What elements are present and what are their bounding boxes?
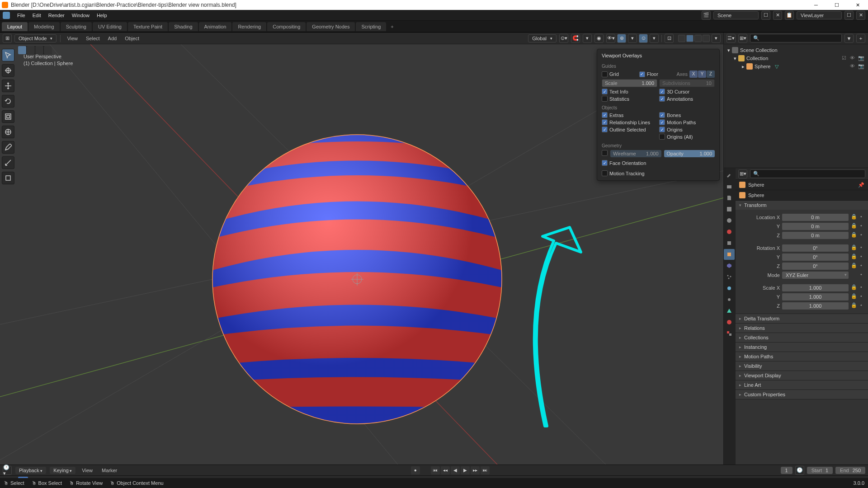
- menu-render[interactable]: Render: [45, 13, 68, 18]
- props-tab-constraint[interactable]: [724, 294, 735, 305]
- ws-tab-compositing[interactable]: Compositing: [267, 22, 306, 31]
- app-icon[interactable]: [3, 12, 10, 19]
- tree-scene-collection[interactable]: ▾Scene Collection: [726, 46, 866, 54]
- jump-end[interactable]: ⏭: [481, 466, 490, 474]
- ws-tab-animation[interactable]: Animation: [199, 22, 232, 31]
- start-frame[interactable]: Start1: [807, 467, 833, 474]
- statistics-checkbox[interactable]: [602, 96, 608, 102]
- wireframe-checkbox[interactable]: [602, 150, 608, 156]
- rotation-y[interactable]: 0°: [782, 253, 849, 261]
- gizmo-dropdown[interactable]: ▾: [628, 34, 637, 43]
- timeline-marker[interactable]: Marker: [99, 467, 120, 474]
- wireframe-slider[interactable]: Wireframe1.000: [610, 150, 661, 157]
- close-button[interactable]: ✕: [847, 0, 868, 10]
- delete-viewlayer-button[interactable]: ✕: [856, 11, 865, 20]
- shading-wireframe[interactable]: [678, 35, 685, 42]
- axis-z-toggle[interactable]: Z: [707, 70, 715, 78]
- location-y[interactable]: 0 m: [782, 222, 849, 230]
- props-tab-material[interactable]: [724, 317, 735, 328]
- section-delta[interactable]: Delta Transform: [736, 314, 868, 323]
- snap-dropdown[interactable]: ▾: [583, 34, 592, 43]
- playback-dropdown[interactable]: Playback: [15, 467, 46, 474]
- section-visibility[interactable]: Visibility: [736, 361, 868, 371]
- overlays-toggle[interactable]: ⊙: [639, 34, 648, 43]
- cursor3d-checkbox[interactable]: [659, 89, 665, 94]
- ws-tab-shading[interactable]: Shading: [169, 22, 198, 31]
- scale-y[interactable]: 1.000: [782, 293, 849, 301]
- props-tab-modifier[interactable]: [724, 260, 735, 271]
- autokey-toggle[interactable]: ●: [411, 466, 420, 474]
- ws-tab-rendering[interactable]: Rendering: [232, 22, 266, 31]
- ws-tab-sculpting[interactable]: Sculpting: [61, 22, 92, 31]
- shading-dropdown[interactable]: ▾: [712, 34, 721, 43]
- shading-solid[interactable]: [686, 35, 693, 42]
- props-tab-output[interactable]: [724, 192, 735, 203]
- vp-menu-view[interactable]: View: [64, 35, 80, 42]
- section-lineart[interactable]: Line Art: [736, 380, 868, 389]
- scale-input[interactable]: Scale1.000: [602, 79, 657, 87]
- vp-menu-object[interactable]: Object: [122, 35, 142, 42]
- new-scene-button[interactable]: ☐: [761, 11, 770, 20]
- play[interactable]: ▶: [461, 466, 470, 474]
- overlays-dropdown[interactable]: ▾: [650, 34, 659, 43]
- props-tab-object[interactable]: [724, 249, 735, 260]
- outliner-filter[interactable]: ▼: [844, 34, 854, 43]
- timeline-view[interactable]: View: [79, 467, 95, 474]
- object-name-field[interactable]: Sphere: [748, 192, 764, 198]
- floor-checkbox[interactable]: [639, 71, 645, 77]
- origins-checkbox[interactable]: [659, 127, 665, 132]
- scene-name-field[interactable]: Scene: [713, 11, 759, 19]
- proportional-toggle[interactable]: ◉: [594, 34, 604, 43]
- props-tab-tool[interactable]: [724, 170, 735, 181]
- shading-rendered[interactable]: [703, 35, 710, 42]
- props-tab-texture[interactable]: [724, 328, 735, 339]
- section-instancing[interactable]: Instancing: [736, 343, 868, 352]
- props-tab-scene[interactable]: [724, 215, 735, 226]
- shading-material[interactable]: [694, 35, 702, 42]
- tree-collection[interactable]: ▾Collection ☑👁📷: [726, 54, 866, 62]
- axis-y-toggle[interactable]: Y: [698, 70, 706, 78]
- grid-checkbox[interactable]: [602, 71, 608, 77]
- menu-file[interactable]: File: [14, 13, 29, 18]
- section-custom-props[interactable]: Custom Properties: [736, 390, 868, 399]
- axis-x-toggle[interactable]: X: [689, 70, 698, 78]
- scale-x[interactable]: 1.000: [782, 284, 849, 292]
- scene-icon[interactable]: 🎬: [702, 11, 711, 20]
- jump-start[interactable]: ⏮: [431, 466, 440, 474]
- ws-tab-uv[interactable]: UV Editing: [93, 22, 127, 31]
- tool-select[interactable]: [2, 49, 14, 61]
- transform-panel-header[interactable]: Transform: [736, 201, 868, 210]
- tool-transform[interactable]: [2, 126, 14, 138]
- viewlayer-name-field[interactable]: ViewLayer: [797, 11, 842, 19]
- tool-measure[interactable]: [2, 156, 14, 169]
- minimize-button[interactable]: ─: [806, 0, 826, 10]
- gizmo-toggle[interactable]: ⊕: [617, 34, 626, 43]
- ws-tab-layout[interactable]: Layout: [2, 22, 28, 31]
- xray-toggle[interactable]: ⊡: [665, 34, 674, 43]
- ws-tab-scripting[interactable]: Scripting: [356, 22, 386, 31]
- props-tab-viewlayer[interactable]: [724, 204, 735, 215]
- pin-button[interactable]: 📌: [858, 182, 864, 188]
- outliner-search[interactable]: 🔍: [750, 34, 842, 42]
- props-tab-particle[interactable]: [724, 272, 735, 282]
- tool-move[interactable]: [2, 80, 14, 92]
- section-collections[interactable]: Collections: [736, 333, 868, 342]
- vp-menu-add[interactable]: Add: [105, 35, 120, 42]
- menu-help[interactable]: Help: [93, 13, 111, 18]
- current-frame[interactable]: 1: [781, 467, 793, 474]
- tool-annotate[interactable]: [2, 141, 14, 154]
- opacity-slider[interactable]: Opacity1.000: [664, 150, 715, 157]
- new-viewlayer-button[interactable]: ☐: [844, 11, 854, 20]
- origins-all-checkbox[interactable]: [659, 134, 665, 140]
- rotation-x[interactable]: 0°: [782, 244, 849, 252]
- add-workspace-button[interactable]: +: [387, 22, 397, 31]
- relationship-checkbox[interactable]: [602, 119, 608, 125]
- preview-range-toggle[interactable]: 🕐: [795, 466, 804, 475]
- keyframe-prev[interactable]: ◂◂: [441, 466, 450, 474]
- face-orientation-checkbox[interactable]: [602, 160, 608, 166]
- textinfo-checkbox[interactable]: [602, 89, 608, 94]
- section-relations[interactable]: Relations: [736, 324, 868, 333]
- motionpaths-checkbox[interactable]: [659, 119, 665, 125]
- props-tab-collection[interactable]: [724, 238, 735, 249]
- menu-edit[interactable]: Edit: [29, 13, 45, 18]
